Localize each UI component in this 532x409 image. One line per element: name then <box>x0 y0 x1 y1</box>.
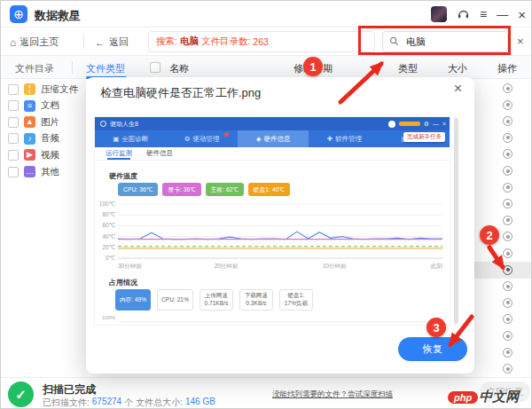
table-row[interactable] <box>473 311 532 327</box>
recover-button[interactable]: 恢复 <box>398 337 467 361</box>
table-row[interactable] <box>473 146 532 162</box>
search-input[interactable] <box>404 35 493 48</box>
usage-button-line1: 下载网速 <box>245 292 268 300</box>
watermark-php-badge: php <box>448 391 478 404</box>
select-all-checkbox[interactable] <box>150 62 160 73</box>
eye-preview-icon[interactable] <box>503 183 512 193</box>
eye-preview-icon[interactable] <box>503 216 512 225</box>
table-row[interactable] <box>473 212 532 229</box>
eye-preview-icon[interactable] <box>503 331 512 341</box>
eye-preview-icon[interactable] <box>503 364 512 374</box>
table-row[interactable] <box>473 278 532 295</box>
eye-preview-icon[interactable] <box>503 281 512 291</box>
eye-preview-icon[interactable] <box>503 265 512 275</box>
svg-text:10分钟前: 10分钟前 <box>323 263 347 269</box>
usage-button-line1: CPU: 21% <box>161 296 189 304</box>
preview-username-bar <box>399 122 420 126</box>
table-row[interactable] <box>473 295 532 311</box>
svg-text:20分钟前: 20分钟前 <box>215 263 239 269</box>
eye-preview-icon[interactable] <box>503 83 512 93</box>
table-row[interactable] <box>473 245 532 262</box>
table-row[interactable] <box>473 195 532 212</box>
table-row[interactable] <box>473 97 532 114</box>
table-row[interactable] <box>473 360 532 377</box>
eye-preview-icon[interactable] <box>503 248 512 258</box>
sidebar-item-label: 压缩文件 <box>41 83 78 96</box>
tab-file-directory[interactable]: 文件目录 <box>15 62 54 75</box>
other-icon: … <box>24 166 35 177</box>
scanned-files-label: 已扫描文件: <box>43 397 90 409</box>
table-row[interactable] <box>473 262 532 279</box>
eye-preview-icon[interactable] <box>503 149 512 159</box>
image-icon: ▲ <box>24 116 35 128</box>
svg-text:此刻: 此刻 <box>431 263 443 269</box>
deep-scan-link[interactable]: 没能找到需要的文件？尝试深度扫描 <box>272 389 393 400</box>
clear-search-icon[interactable]: × <box>517 35 524 47</box>
eye-preview-icon[interactable] <box>503 232 512 241</box>
eye-preview-icon[interactable] <box>503 166 512 176</box>
eye-preview-icon[interactable] <box>503 100 512 110</box>
svg-text:30分钟前: 30分钟前 <box>118 263 142 269</box>
app-title: 数据救星 <box>35 8 81 24</box>
watermark: php 中文网 <box>448 389 519 405</box>
back-arrow-icon: ← <box>95 37 105 48</box>
back-home-label: 返回主页 <box>20 35 59 49</box>
eye-preview-icon[interactable] <box>503 298 512 308</box>
sidebar-item-label: 图片 <box>41 116 59 129</box>
table-row[interactable] <box>473 179 532 196</box>
preview-nav-tab-label: 硬件信息 <box>263 135 290 144</box>
notification-dot-icon <box>224 132 229 137</box>
sidebar-item-label: 音频 <box>41 132 59 145</box>
eye-preview-icon[interactable] <box>503 116 512 126</box>
svg-text:100℃: 100℃ <box>99 201 115 207</box>
close-icon[interactable]: × <box>518 7 526 22</box>
svg-text:40℃: 40℃ <box>102 233 115 240</box>
usage-button: 上传网速0.71KB/s <box>200 289 233 311</box>
menu-icon[interactable]: ≡ <box>480 8 487 20</box>
preview-modal: 检查电脑硬件是否正常工作.png × 驱动人生8 ⚙ — × 完成新手任务 ▣全… <box>86 77 474 374</box>
usage-button-line2: 17%负载 <box>285 300 308 308</box>
eye-preview-icon[interactable] <box>503 314 512 324</box>
checkbox[interactable] <box>8 117 19 128</box>
table-row[interactable] <box>473 130 532 146</box>
eye-preview-icon[interactable] <box>503 199 512 208</box>
preview-sub-tab: 运行监测 <box>106 147 132 160</box>
eye-preview-icon[interactable] <box>503 133 512 143</box>
step-badge-1: 1 <box>303 57 323 76</box>
checkbox[interactable] <box>8 150 19 161</box>
svg-text:80℃: 80℃ <box>102 211 115 217</box>
modal-close-icon[interactable]: × <box>454 82 462 96</box>
checkbox[interactable] <box>8 133 19 144</box>
scan-status-text: 扫描已完成 <box>43 382 96 397</box>
table-row[interactable] <box>473 344 532 361</box>
table-row[interactable] <box>473 113 532 130</box>
table-header-row: 文件目录 文件类型 名称修改日期类型大小操作 <box>1 56 532 79</box>
back-home-button[interactable]: ⌂ 返回主页 <box>10 35 59 49</box>
column-header: 类型 <box>398 62 418 75</box>
tab-file-type[interactable]: 文件类型 <box>86 62 125 75</box>
back-label: 返回 <box>109 35 129 49</box>
headset-icon[interactable] <box>457 7 470 21</box>
preview-gear-icon: ⚙ <box>424 121 429 127</box>
search-summary: 搜索:电脑 文件目录数:263 <box>148 31 375 52</box>
user-avatar[interactable] <box>431 6 447 22</box>
usage-gridline <box>118 321 442 322</box>
back-button[interactable]: ← 返回 <box>95 35 129 49</box>
checkbox[interactable] <box>8 84 19 95</box>
preview-sub-tab: 硬件信息 <box>146 147 173 160</box>
checkbox[interactable] <box>8 100 19 111</box>
scanned-files-count: 675274 <box>92 397 121 409</box>
file-preview-image: 驱动人生8 ⚙ — × 完成新手任务 ▣全面诊断⚙驱动管理◈硬件信息✚软件管理▤… <box>94 116 450 326</box>
minimize-icon[interactable]: — <box>497 8 508 21</box>
checkbox[interactable] <box>8 167 19 177</box>
modal-scrollbar[interactable] <box>454 118 458 324</box>
table-row[interactable] <box>473 162 532 179</box>
eye-preview-icon[interactable] <box>503 348 512 358</box>
usage-button-line1: 上传网速 <box>205 292 228 300</box>
sidebar-item-label: 视频 <box>41 149 59 161</box>
search-box[interactable] <box>382 31 508 52</box>
usage-axis-label: 100% <box>102 315 115 320</box>
table-row[interactable] <box>473 80 532 97</box>
step-badge-3: 3 <box>426 318 446 337</box>
table-row[interactable] <box>473 327 532 344</box>
